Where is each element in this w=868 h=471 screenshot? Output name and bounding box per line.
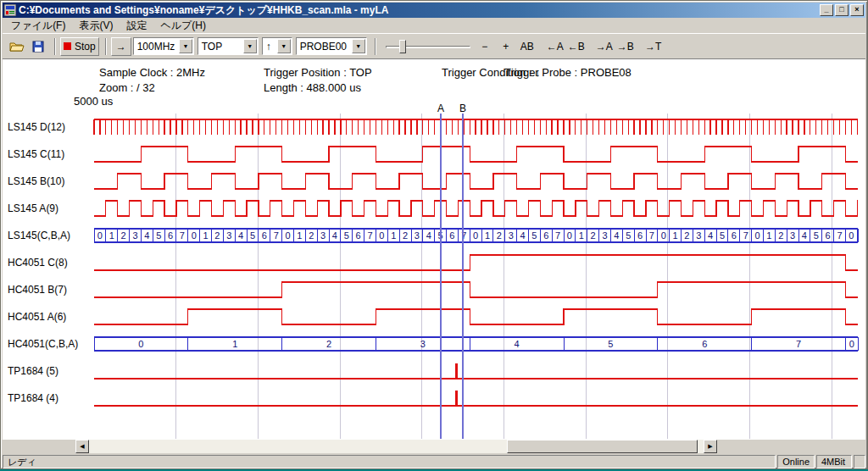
menu-file[interactable]: ファイル(F) xyxy=(4,18,72,34)
zoom-slider-track[interactable] xyxy=(386,46,470,48)
bus-value: 4 xyxy=(332,230,337,241)
zoom-out-button[interactable]: − xyxy=(476,37,494,56)
bus-value: 3 xyxy=(415,230,420,241)
sample-clock-combo[interactable]: 100MHz ▼ xyxy=(133,37,194,55)
zoom-slider[interactable] xyxy=(386,38,470,55)
toolbar-separator xyxy=(105,38,107,55)
trigger-probe-combo[interactable]: PROBE00 ▼ xyxy=(296,37,367,55)
bus-value: 1 xyxy=(766,230,771,241)
bus-value: 7 xyxy=(367,230,372,241)
bus-value: 0 xyxy=(567,230,572,241)
bus-value: 3 xyxy=(226,230,231,241)
bus-value: 7 xyxy=(743,230,748,241)
menu-settings[interactable]: 設定 xyxy=(120,18,153,34)
goto-trigger-button[interactable]: →T xyxy=(644,37,663,56)
bus-value: 3 xyxy=(132,230,137,241)
bus-value: 4 xyxy=(515,339,520,349)
chevron-down-icon[interactable]: ▼ xyxy=(352,39,365,53)
resize-grip[interactable] xyxy=(854,455,865,468)
bus-value: 6 xyxy=(826,230,831,241)
waveform-area[interactable]: Sample Clock : 2MHz Trigger Position : T… xyxy=(3,58,865,440)
horizontal-scrollbar[interactable]: ◀ ▶ xyxy=(75,440,717,453)
bus-value: 3 xyxy=(509,230,514,241)
toolbar-separator xyxy=(375,38,376,55)
bus-value: 5 xyxy=(250,230,255,241)
bus-value: 3 xyxy=(320,230,326,241)
bus-value: 6 xyxy=(168,230,173,241)
zoom-in-button[interactable]: + xyxy=(497,37,515,56)
sample-clock-text: Sample Clock : 2MHz xyxy=(99,66,205,79)
bus-value: 3 xyxy=(790,230,795,241)
folder-open-icon xyxy=(9,41,25,53)
bus-value: 7 xyxy=(649,230,654,241)
bus-value: 0 xyxy=(849,339,854,349)
bus-value: 1 xyxy=(232,339,237,349)
bus-value: 6 xyxy=(262,230,267,241)
status-bar: レディ Online 4MBit xyxy=(3,453,865,468)
bus-value: 7 xyxy=(555,230,560,241)
bus-value: 5 xyxy=(626,230,631,241)
chevron-down-icon[interactable]: ▼ xyxy=(277,39,291,53)
goto-a-left-button[interactable]: ←A xyxy=(546,37,565,56)
save-file-button[interactable] xyxy=(29,37,47,56)
bus-value: 0 xyxy=(849,230,854,241)
bus-value: 7 xyxy=(837,230,842,241)
zoom-slider-thumb[interactable] xyxy=(399,40,406,53)
channel-wave xyxy=(94,255,858,270)
bus-value: 5 xyxy=(156,230,161,241)
bus-value: 3 xyxy=(420,339,426,349)
bus-value: 0 xyxy=(138,339,143,349)
bus-value: 4 xyxy=(614,230,619,241)
goto-b-right-button[interactable]: →B xyxy=(616,37,635,56)
app-icon xyxy=(4,4,16,16)
bus-value: 7 xyxy=(180,230,185,241)
bus-value: 7 xyxy=(796,339,801,349)
bus-value: 6 xyxy=(732,230,737,241)
stop-button[interactable]: Stop xyxy=(60,37,99,56)
chevron-down-icon[interactable]: ▼ xyxy=(243,39,257,53)
bus-value: 4 xyxy=(520,230,525,241)
bus-value: 1 xyxy=(297,230,302,241)
goto-a-right-button[interactable]: →A xyxy=(595,37,614,56)
run-button[interactable]: → xyxy=(111,37,131,56)
bus-value: 3 xyxy=(696,230,701,241)
open-file-button[interactable] xyxy=(8,37,26,56)
app-window: C:¥Documents and Settings¥noname¥デスクトップ¥… xyxy=(0,0,868,469)
trigger-position-combo[interactable]: TOP ▼ xyxy=(198,37,259,55)
trigger-edge-combo[interactable]: ↑ ▼ xyxy=(262,37,292,55)
menu-help[interactable]: ヘルプ(H) xyxy=(153,18,213,34)
channel-wave xyxy=(94,201,858,216)
menu-view[interactable]: 表示(V) xyxy=(72,18,120,34)
bus-value: 4 xyxy=(802,230,807,241)
channel-wave xyxy=(94,147,858,162)
maximize-button[interactable]: □ xyxy=(835,4,849,16)
bus-value: 2 xyxy=(403,230,408,241)
bus-value: 7 xyxy=(461,230,466,241)
trigger-probe-text: Trigger Probe : PROBE08 xyxy=(504,66,632,79)
scrollbar-track[interactable] xyxy=(89,440,704,453)
minimize-button[interactable]: _ xyxy=(820,4,833,16)
stop-icon xyxy=(64,42,71,50)
toolbar-separator xyxy=(54,38,56,55)
close-button[interactable]: × xyxy=(850,4,864,16)
goto-b-left-button[interactable]: ←B xyxy=(567,37,586,56)
zoom-ab-button[interactable]: AB xyxy=(518,37,537,56)
scroll-left-icon[interactable]: ◀ xyxy=(75,440,89,453)
scrollbar-thumb[interactable] xyxy=(507,440,698,453)
bus-value: 4 xyxy=(426,230,431,241)
menu-bar: ファイル(F) 表示(V) 設定 ヘルプ(H) xyxy=(3,18,865,33)
bus-value: 1 xyxy=(391,230,396,241)
channel-wave xyxy=(94,174,858,189)
bus-value: 0 xyxy=(754,230,760,241)
bus-value: 4 xyxy=(144,230,149,241)
title-bar[interactable]: C:¥Documents and Settings¥noname¥デスクトップ¥… xyxy=(3,3,865,18)
waveform-plot[interactable]: 0123456701234567012345670123456701234567… xyxy=(3,102,865,440)
bus-value: 0 xyxy=(97,230,103,241)
channel-wave xyxy=(94,309,858,324)
bus-value: 1 xyxy=(673,230,678,241)
bus-value: 5 xyxy=(608,339,613,349)
bus-value: 6 xyxy=(449,230,454,241)
scroll-right-icon[interactable]: ▶ xyxy=(704,440,717,453)
chevron-down-icon[interactable]: ▼ xyxy=(179,39,192,53)
bus-value: 1 xyxy=(203,230,209,241)
